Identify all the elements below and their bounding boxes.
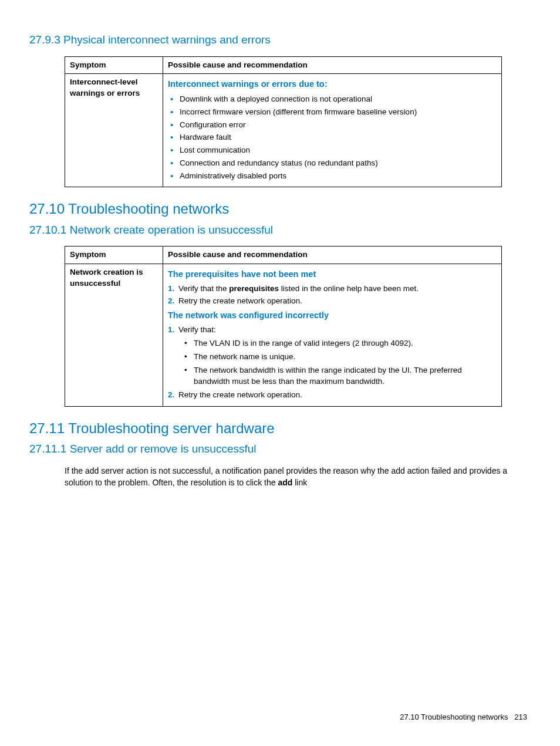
page-footer: 27.10 Troubleshooting networks 213 <box>400 712 527 723</box>
bullet-item: Administratively disabled ports <box>170 171 497 182</box>
sub-bullet-item: The network bandwidth is within the rang… <box>184 365 497 387</box>
th-symptom: Symptom <box>65 56 163 74</box>
td-cause: The prerequisites have not been met Veri… <box>163 264 502 407</box>
footer-section: 27.10 Troubleshooting networks <box>400 713 508 721</box>
step-item: Verify that the prerequisites listed in … <box>168 283 497 295</box>
th-symptom: Symptom <box>65 247 163 264</box>
text: link <box>292 478 307 487</box>
sub-bullet-item: The VLAN ID is in the range of valid int… <box>184 338 497 349</box>
heading-27-10: 27.10 Troubleshooting networks <box>29 199 531 219</box>
bullet-item: Connection and redundancy status (no red… <box>170 158 497 169</box>
step-item: Retry the create network operation. <box>168 390 497 401</box>
bullet-item: Downlink with a deployed connection is n… <box>170 94 497 105</box>
heading-27-11: 27.11 Troubleshooting server hardware <box>29 418 531 438</box>
td-cause: Interconnect warnings or errors due to: … <box>163 74 502 187</box>
text: listed in the online help have been met. <box>279 284 419 293</box>
bullet-item: Incorrect firmware version (different fr… <box>170 107 497 118</box>
step-item: Retry the create network operation. <box>168 296 497 307</box>
sub-bullet-item: The network name is unique. <box>184 352 497 363</box>
text-bold: prerequisites <box>229 284 279 293</box>
cause-title: Interconnect warnings or errors due to: <box>168 78 497 90</box>
th-cause: Possible cause and recommendation <box>163 247 502 264</box>
cause-title-1: The prerequisites have not been met <box>168 268 497 280</box>
heading-27-9-3: 27.9.3 Physical interconnect warnings an… <box>29 32 531 48</box>
footer-page-number: 213 <box>514 713 527 721</box>
text: Verify that: <box>178 325 216 334</box>
td-symptom: Interconnect-level warnings or errors <box>65 74 163 187</box>
td-symptom: Network creation is unsuccessful <box>65 264 163 407</box>
table-interconnect-warnings: Symptom Possible cause and recommendatio… <box>65 56 502 187</box>
step-item: Verify that: The VLAN ID is in the range… <box>168 325 497 387</box>
text-bold: add <box>278 478 292 487</box>
heading-27-11-1: 27.11.1 Server add or remove is unsucces… <box>29 441 531 457</box>
table-network-create: Symptom Possible cause and recommendatio… <box>65 246 502 407</box>
bullet-item: Lost communication <box>170 145 497 156</box>
cause-title-2: The network was configured incorrectly <box>168 309 497 321</box>
bullet-item: Hardware fault <box>170 132 497 143</box>
text: Verify that the <box>178 284 229 293</box>
th-cause: Possible cause and recommendation <box>163 56 502 74</box>
heading-27-10-1: 27.10.1 Network create operation is unsu… <box>29 222 531 238</box>
paragraph: If the add server action is not successf… <box>65 465 531 488</box>
bullet-item: Configuration error <box>170 120 497 131</box>
